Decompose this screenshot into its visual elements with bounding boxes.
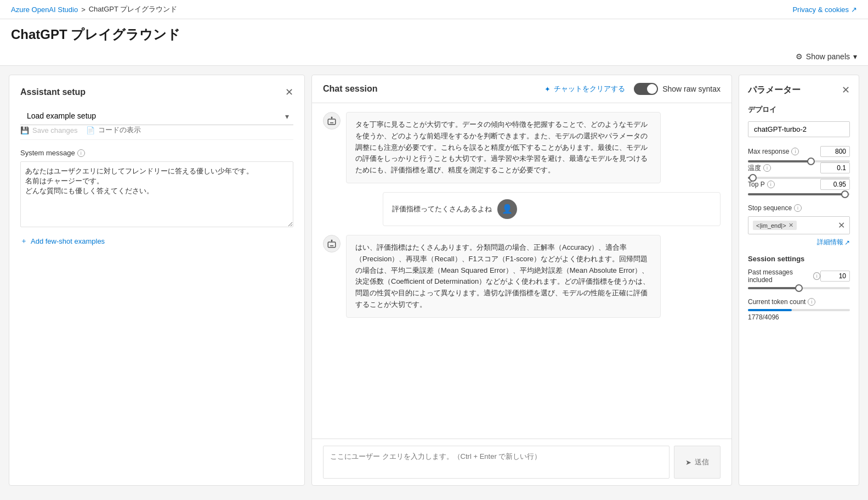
- send-button[interactable]: ➤ 送信: [674, 446, 721, 479]
- message-content: はい、評価指標はたくさんあります。分類問題の場合、正解率（Accuracy）、適…: [346, 235, 661, 318]
- top-bar: Azure OpenAI Studio > ChatGPT プレイグラウンド P…: [0, 0, 868, 19]
- message-content: タを丁寧に見ることが大切です。データの傾向や特徴を把握することで、どのようなモデ…: [346, 112, 661, 183]
- raw-syntax-label: Show raw syntax: [662, 85, 721, 93]
- chat-header: Chat session ✦ チャットをクリアする Show raw synta…: [312, 75, 731, 103]
- gear-icon: ⚙: [796, 52, 803, 61]
- token-count-bar: [748, 309, 850, 311]
- assistant-panel-title: Assistant setup: [20, 87, 86, 97]
- system-message-info-icon[interactable]: i: [77, 149, 85, 157]
- send-icon: ➤: [685, 458, 691, 467]
- assistant-panel-header: Assistant setup ✕: [20, 86, 293, 98]
- external-link-icon: ↗: [851, 5, 857, 14]
- chat-title: Chat session: [323, 84, 378, 94]
- list-item: 評価指標ってたくさんあるよね 👤: [383, 192, 721, 226]
- external-link-icon: ↗: [844, 239, 850, 246]
- max-response-slider[interactable]: [748, 160, 850, 162]
- stop-sequence-input-area: <|im_end|> ✕ ✕: [748, 216, 850, 234]
- svg-point-3: [331, 240, 332, 241]
- past-messages-label: Past messages included i: [748, 268, 820, 284]
- save-icon: 💾: [20, 126, 29, 134]
- system-message-label: System message i: [20, 149, 293, 157]
- token-count-info-icon[interactable]: i: [808, 298, 815, 306]
- stop-sequence-info-icon[interactable]: i: [794, 204, 802, 212]
- chat-input-area: ➤ 送信: [312, 439, 731, 485]
- chat-input-wrapper: ➤ 送信: [323, 446, 721, 479]
- stop-sequence-tag: <|im_end|> ✕: [753, 221, 797, 230]
- raw-syntax-toggle[interactable]: [634, 83, 658, 95]
- params-header: パラメーター ✕: [748, 84, 850, 96]
- breadcrumb-home[interactable]: Azure OpenAI Studio: [11, 5, 78, 14]
- page-title: ChatGPT プレイグラウンド: [11, 26, 857, 43]
- token-count-value: 1778/4096: [748, 313, 850, 321]
- svg-rect-2: [328, 242, 336, 248]
- temperature-input[interactable]: [820, 162, 850, 173]
- toggle-thumb: [647, 84, 657, 94]
- temperature-label: 温度 i: [748, 164, 771, 173]
- add-examples-button[interactable]: ＋ Add few-shot examples: [20, 236, 293, 246]
- top-p-row: Top P i: [748, 179, 850, 190]
- svg-point-1: [331, 117, 332, 118]
- show-panels-button[interactable]: ⚙ Show panels ▾: [796, 52, 857, 61]
- show-panels-bar: ⚙ Show panels ▾: [0, 48, 868, 66]
- top-p-slider[interactable]: [748, 193, 850, 195]
- system-message-textarea[interactable]: あなたはユーザクエリに対してフレンドリーに答える優しい少年です。 名前はチャージ…: [20, 161, 293, 227]
- save-changes-button[interactable]: 💾 Save changes: [20, 126, 77, 134]
- tag-close-button[interactable]: ✕: [788, 222, 793, 229]
- past-messages-slider[interactable]: [748, 287, 850, 289]
- parameters-panel: パラメーター ✕ デプロイ chatGPT-turbo-2 Max respon…: [739, 75, 859, 486]
- top-p-label: Top P i: [748, 181, 775, 188]
- breadcrumb-current: ChatGPT プレイグラウンド: [89, 4, 178, 14]
- clear-chat-button[interactable]: ✦ チャットをクリアする: [544, 84, 625, 94]
- top-p-info-icon[interactable]: i: [767, 181, 775, 188]
- deploy-section-title: デプロイ: [748, 105, 850, 115]
- load-example-wrapper: Load example setup ▾: [20, 107, 293, 125]
- svg-rect-0: [328, 119, 336, 125]
- code-view-button[interactable]: 📄 コードの表示: [86, 125, 141, 135]
- page-header: ChatGPT プレイグラウンド: [0, 19, 868, 48]
- deploy-select[interactable]: chatGPT-turbo-2: [748, 121, 850, 137]
- params-title: パラメーター: [748, 85, 801, 96]
- clear-icon: ✦: [544, 85, 551, 93]
- max-response-input[interactable]: [820, 146, 850, 157]
- temperature-info-icon[interactable]: i: [763, 164, 771, 172]
- detail-link[interactable]: 詳細情報 ↗: [748, 238, 850, 247]
- load-example-select[interactable]: Load example setup: [20, 107, 293, 125]
- show-panels-label: Show panels: [806, 52, 850, 61]
- avatar: [323, 112, 341, 130]
- temperature-row: 温度 i: [748, 162, 850, 173]
- main-content: Assistant setup ✕ Load example setup ▾ 💾…: [0, 66, 868, 495]
- token-count-label: Current token count i: [748, 298, 850, 306]
- list-item: はい、評価指標はたくさんあります。分類問題の場合、正解率（Accuracy）、適…: [323, 235, 661, 318]
- params-close-button[interactable]: ✕: [842, 84, 850, 96]
- chat-controls: ✦ チャットをクリアする Show raw syntax: [544, 83, 721, 95]
- message-content: 評価指標ってたくさんあるよね 👤: [383, 192, 721, 226]
- stop-sequence-label: Stop sequence i: [748, 204, 850, 212]
- assistant-panel-close-button[interactable]: ✕: [285, 86, 293, 98]
- assistant-toolbar: 💾 Save changes 📄 コードの表示: [20, 125, 293, 140]
- plus-icon: ＋: [20, 236, 27, 246]
- list-item: タを丁寧に見ることが大切です。データの傾向や特徴を把握することで、どのようなモデ…: [323, 112, 661, 183]
- breadcrumb: Azure OpenAI Studio > ChatGPT プレイグラウンド: [11, 4, 177, 14]
- past-messages-input[interactable]: [820, 271, 850, 282]
- avatar: [323, 235, 341, 252]
- raw-syntax-toggle-container: Show raw syntax: [634, 83, 721, 95]
- max-response-row: Max response i: [748, 146, 850, 157]
- avatar: 👤: [497, 199, 517, 219]
- temperature-slider[interactable]: [748, 177, 850, 179]
- chat-session-panel: Chat session ✦ チャットをクリアする Show raw synta…: [311, 75, 732, 486]
- token-fill: [748, 309, 792, 311]
- assistant-setup-panel: Assistant setup ✕ Load example setup ▾ 💾…: [9, 75, 305, 486]
- past-messages-row: Past messages included i: [748, 268, 850, 284]
- max-response-label: Max response i: [748, 148, 799, 155]
- breadcrumb-separator: >: [81, 5, 86, 14]
- chat-messages: タを丁寧に見ることが大切です。データの傾向や特徴を把握することで、どのようなモデ…: [312, 103, 731, 439]
- chevron-down-icon: ▾: [853, 52, 857, 61]
- code-icon: 📄: [86, 126, 95, 134]
- clear-all-button[interactable]: ✕: [838, 220, 845, 231]
- session-settings-title: Session settings: [748, 255, 850, 263]
- past-messages-info-icon[interactable]: i: [813, 272, 820, 280]
- max-response-info-icon[interactable]: i: [791, 148, 799, 155]
- privacy-link[interactable]: Privacy & cookies ↗: [792, 5, 857, 14]
- top-p-input[interactable]: [820, 179, 850, 190]
- chat-input[interactable]: [323, 446, 670, 479]
